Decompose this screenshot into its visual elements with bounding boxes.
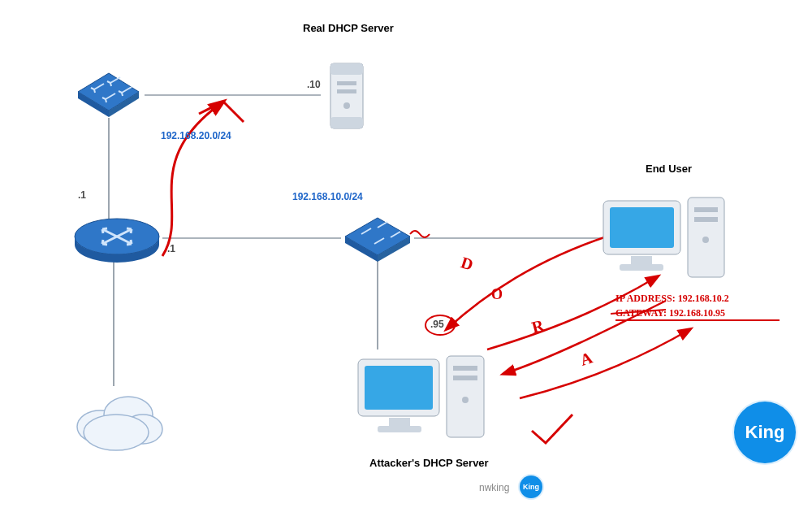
- svg-rect-32: [631, 256, 652, 264]
- svg-rect-35: [453, 366, 477, 371]
- svg-point-37: [462, 397, 469, 403]
- attacker-pc-icon: [353, 341, 495, 451]
- svg-rect-40: [389, 418, 410, 426]
- svg-point-29: [702, 237, 709, 243]
- svg-rect-41: [378, 426, 421, 432]
- router-right-ip-label: .1: [167, 243, 175, 254]
- svg-marker-9: [78, 73, 139, 111]
- svg-rect-28: [694, 217, 718, 222]
- svg-rect-20: [337, 81, 356, 85]
- svg-point-22: [343, 102, 350, 109]
- king-badge-small: King: [520, 475, 542, 498]
- svg-rect-27: [694, 207, 718, 212]
- real-server-ip-label: .10: [307, 79, 321, 90]
- svg-rect-39: [365, 366, 433, 410]
- dora-o: O: [491, 286, 503, 303]
- king-badge: King: [734, 402, 796, 463]
- svg-rect-18: [330, 63, 363, 75]
- attacker-ip-label: .95: [430, 319, 444, 330]
- end-user-pc-icon: [597, 183, 735, 289]
- router-icon: [70, 207, 163, 272]
- real-dhcp-server-icon: [321, 57, 378, 138]
- svg-rect-31: [610, 207, 674, 248]
- router-top-ip-label: .1: [78, 189, 86, 201]
- svg-marker-23: [345, 218, 410, 255]
- real-dhcp-title: Real DHCP Server: [303, 22, 394, 34]
- switch-top-icon: [70, 63, 147, 120]
- end-user-title: End User: [646, 163, 692, 175]
- svg-rect-21: [337, 89, 356, 93]
- cloud-icon: [63, 382, 169, 455]
- subnet-top-label: 192.168.20.0/24: [161, 130, 231, 141]
- switch-center-icon: [337, 208, 418, 267]
- svg-point-16: [84, 415, 149, 450]
- footer-text: nwking: [479, 482, 509, 493]
- enduser-ip-line2: GATEWAY: 192.168.10.95: [615, 307, 725, 319]
- attacker-dhcp-title: Attacker's DHCP Server: [369, 457, 489, 469]
- svg-rect-33: [620, 264, 663, 271]
- subnet-mid-label: 192.168.10.0/24: [292, 191, 363, 202]
- enduser-ip-line1: IP ADDRESS: 192.168.10.2: [615, 293, 729, 305]
- svg-rect-36: [453, 376, 477, 380]
- svg-rect-19: [330, 117, 363, 128]
